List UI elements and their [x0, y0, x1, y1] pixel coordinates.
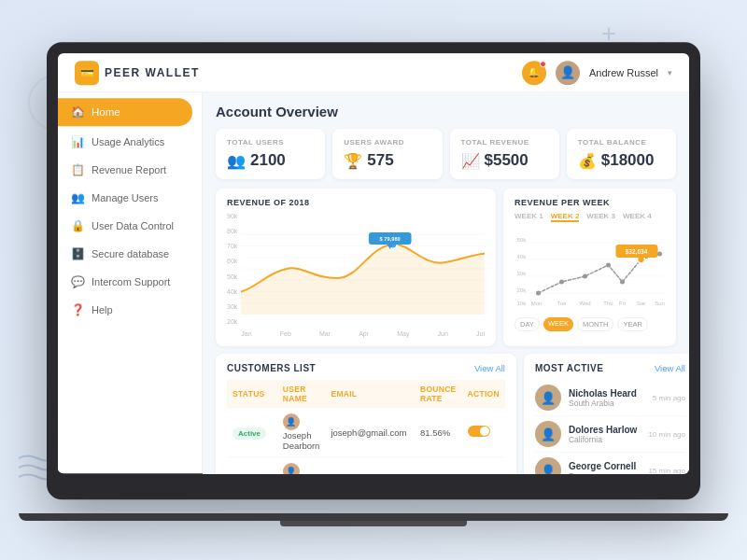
rpw-week3: WEEK 3	[586, 212, 615, 222]
user-avatar-maria: 👤	[283, 463, 300, 473]
sidebar-item-help[interactable]: ❓ Help	[58, 296, 202, 324]
notification-dot	[540, 61, 546, 67]
customers-table: STATUS USER NAME EMAIL BOUNCE RATE ACTIO…	[227, 380, 505, 473]
active-user-3: 👤 George Cornell Texas 15 min ago	[535, 453, 685, 473]
sidebar-item-user-data-control[interactable]: 🔒 User Data Control	[58, 212, 202, 240]
svg-text:Mon: Mon	[531, 301, 543, 306]
sidebar-item-usage-analytics[interactable]: 📊 Usage Analytics	[58, 128, 202, 156]
stat-value-total-users: 2100	[250, 151, 286, 170]
stat-icon-balance: 💰	[578, 152, 597, 170]
active-user-name-1: Nicholas Heard	[569, 388, 645, 399]
home-icon: 🏠	[71, 105, 85, 119]
col-email: EMAIL	[325, 380, 415, 408]
stat-icon-award: 🏆	[344, 152, 362, 170]
table-row: Active 👤 Joseph Dearborn joseph@gmail.co…	[227, 408, 505, 457]
rpw-tab-week[interactable]: WEEK	[543, 317, 573, 331]
col-bounce: BOUNCE RATE	[415, 380, 462, 408]
rpw-week2[interactable]: WEEK 2	[551, 212, 580, 222]
svg-text:Sun: Sun	[655, 301, 665, 306]
customer-name-1: Joseph Dearborn	[283, 430, 320, 451]
toggle-on-joseph[interactable]	[468, 426, 490, 437]
rpw-tab-day[interactable]: DAY	[514, 317, 540, 331]
svg-text:30k: 30k	[517, 271, 528, 276]
svg-text:10k: 10k	[517, 301, 528, 306]
active-user-time-3: 15 min ago	[648, 467, 685, 473]
topbar: 💳 PEER WALLET 🔔 👤 Andrew Russel ▾	[58, 53, 689, 92]
status-badge-active: Active	[233, 427, 266, 440]
active-user-time-2: 10 min ago	[648, 430, 685, 439]
customer-bounce-2: 78.45%	[415, 457, 462, 473]
stat-icon-revenue: 📈	[461, 152, 480, 170]
col-username: USER NAME	[277, 380, 326, 408]
stat-card-users-award: USERS AWARD 🏆 575	[332, 129, 442, 179]
svg-text:$32,634: $32,634	[626, 248, 648, 256]
customers-title: CUSTOMERS LIST	[227, 363, 316, 373]
rpw-week1: WEEK 1	[514, 212, 543, 222]
user-avatar-joseph: 👤	[283, 413, 300, 430]
logo-icon: 💳	[75, 61, 99, 85]
stat-value-total-revenue: $5500	[485, 151, 529, 170]
stat-card-total-balance: TOTAL BALANCE 💰 $18000	[567, 129, 676, 179]
customer-bounce-1: 81.56%	[415, 408, 462, 457]
most-active-view-all[interactable]: View All	[655, 363, 685, 373]
analytics-icon: 📊	[71, 135, 85, 148]
active-user-avatar-2: 👤	[535, 421, 561, 447]
rpw-tab-year[interactable]: YEAR	[617, 317, 647, 331]
svg-text:Wed: Wed	[579, 301, 590, 306]
active-user-name-2: Dolores Harlow	[569, 425, 641, 435]
sidebar-item-manage-users[interactable]: 👥 Manage Users	[58, 184, 202, 212]
svg-point-22	[583, 274, 587, 279]
sidebar-item-secure-database[interactable]: 🗄️ Secure database	[58, 240, 202, 268]
table-row: Inactive 👤 Maria Samson s.maria@ymail.co…	[227, 457, 505, 473]
active-user-info-2: Dolores Harlow California	[569, 425, 641, 444]
active-user-avatar-1: 👤	[535, 385, 561, 411]
database-icon: 🗄️	[71, 247, 85, 260]
most-active-title: MOST ACTIVE	[535, 363, 603, 373]
rpw-title: REVENUE PER WEEK	[514, 198, 665, 207]
active-user-info-3: George Cornell Texas	[569, 461, 641, 473]
col-action: ACTION	[462, 380, 505, 408]
svg-point-23	[606, 263, 611, 268]
revenue-chart-panel: REVENUE OF 2018 90k 80k 70k 60k 50k 40k	[216, 189, 496, 346]
lock-icon: 🔒	[71, 219, 85, 232]
revenue-chart-svg: $ 79,980	[241, 213, 485, 325]
col-status: STATUS	[227, 380, 277, 408]
customer-email-2: s.maria@ymail.com	[325, 457, 415, 473]
sidebar-item-intercom-support[interactable]: 💬 Intercom Support	[58, 268, 202, 296]
customer-email-1: joseph@gmail.com	[325, 408, 415, 457]
svg-text:20k: 20k	[517, 287, 528, 293]
notification-icon[interactable]: 🔔	[522, 61, 546, 85]
active-user-1: 👤 Nicholas Heard South Arabia 5 min ago	[535, 380, 685, 416]
svg-text:Sat: Sat	[637, 301, 645, 306]
sidebar-item-home[interactable]: 🏠 Home	[58, 98, 192, 126]
stat-label-total-users: TOTAL USERS	[227, 138, 314, 147]
most-active-panel: MOST ACTIVE View All 👤 Nicholas Heard So…	[524, 354, 689, 473]
help-icon: ❓	[71, 303, 85, 316]
stat-label-total-balance: TOTAL BALANCE	[578, 138, 665, 147]
active-user-loc-3: Texas	[569, 471, 641, 473]
stat-card-total-users: TOTAL USERS 👥 2100	[216, 129, 325, 179]
active-user-avatar-3: 👤	[535, 457, 561, 473]
stat-label-users-award: USERS AWARD	[344, 138, 430, 147]
support-icon: 💬	[71, 275, 85, 288]
chevron-down-icon[interactable]: ▾	[668, 68, 672, 77]
customers-view-all[interactable]: View All	[474, 363, 505, 373]
customers-panel: CUSTOMERS LIST View All STATUS USER NAME…	[216, 354, 516, 473]
svg-text:Fri: Fri	[619, 301, 626, 306]
svg-text:50k: 50k	[517, 237, 528, 243]
svg-text:Thu: Thu	[603, 301, 613, 306]
stat-icon-users: 👥	[227, 152, 246, 170]
svg-text:$ 79,980: $ 79,980	[380, 236, 401, 242]
user-avatar: 👤	[556, 61, 580, 85]
stat-cards: TOTAL USERS 👥 2100 USERS AWARD 🏆 575	[216, 129, 676, 179]
sidebar-item-revenue-report[interactable]: 📋 Revenue Report	[58, 156, 202, 184]
active-user-info-1: Nicholas Heard South Arabia	[569, 388, 645, 408]
revenue-chart-title: REVENUE OF 2018	[227, 198, 485, 207]
rpw-chart-svg: 50k 40k 30k 20k 10k	[514, 226, 665, 310]
rpw-week4: WEEK 4	[623, 212, 652, 222]
report-icon: 📋	[71, 163, 85, 176]
user-name: Andrew Russel	[589, 67, 658, 78]
page-title: Account Overview	[216, 104, 676, 119]
revenue-per-week-panel: REVENUE PER WEEK WEEK 1 WEEK 2 WEEK 3 WE…	[503, 189, 676, 346]
rpw-tab-month[interactable]: MONTH	[577, 317, 614, 331]
